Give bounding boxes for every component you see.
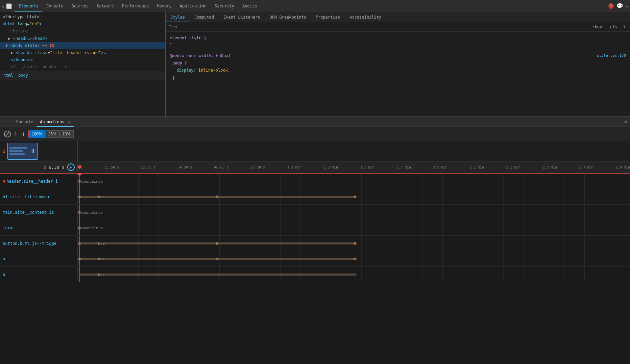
tab-elements[interactable]: Elements [15,0,42,12]
tab-animations[interactable]: Animations ✕ [37,117,74,127]
tick-2: 23.00 s [141,165,155,169]
dom-line[interactable]: ▶ <header class="site__header island">… [0,49,165,56]
tick-15: 2.9 min [616,165,630,169]
anim-dot[interactable] [78,227,81,229]
anim-dot[interactable] [354,258,356,260]
tab-security[interactable]: Security [211,0,238,12]
body-tag: <body [10,43,22,48]
track-label[interactable]: 4 header.site__header.i [0,174,78,189]
tab-console-bottom[interactable]: Console [13,117,37,127]
thumbnail-pause-icon: ⏸ [30,148,36,155]
track-label[interactable]: h1.site__title.mega [0,189,78,204]
tab-application[interactable]: Application [176,0,211,12]
track-timeline[interactable]: bounceInUp [78,220,630,235]
no-animation-button[interactable] [4,131,11,137]
dom-line[interactable]: ▶ <head>…</head> [0,35,165,42]
header-attr: class [35,50,47,55]
tab-dom-breakpoints[interactable]: DOM Breakpoints [265,12,311,22]
css-rule-media: style.css:180 @media (min-width: 650px) … [170,52,626,81]
anim-dot[interactable] [216,258,218,260]
bottom-tabs-bar: ··· Console Animations ✕ ✕ [0,117,630,127]
anim-dot[interactable] [78,196,81,198]
error-count-badge[interactable]: 1 [608,3,614,9]
comment-icon[interactable]: 💬 [616,3,623,9]
track-row: main.site__content.is bounceInUp [0,205,630,220]
track-timeline[interactable]: hue [78,267,630,282]
more-tabs-icon[interactable]: ··· [3,120,10,124]
css-selector: element.style { [170,35,206,40]
html-attr: lang [17,22,27,26]
add-style-button[interactable]: + [621,24,627,30]
tab-styles[interactable]: Styles [166,12,190,22]
speed-25-button[interactable]: 25% [45,130,59,138]
css-file-link[interactable]: style.css:180 [597,52,626,59]
time-label-area: 3 6.30 s ▶ [0,163,78,171]
dom-line: <!doctype html> [0,14,165,21]
tab-close-button[interactable]: ✕ [68,120,71,124]
dom-line[interactable]: </header> [0,56,165,63]
tab-properties[interactable]: Properties [311,12,345,22]
track-timeline[interactable]: bounceInUp [78,174,630,189]
filter-input[interactable] [168,25,588,29]
track-label[interactable]: main.site__content.is [0,205,78,220]
css-property: display: [176,68,196,73]
tick-12: 2.3 min [506,165,520,169]
anim-dot[interactable] [354,196,356,198]
breadcrumb-sep: › [15,73,17,78]
track-row: 4 header.site__header.i bounceInUp [0,174,630,189]
hov-button[interactable]: :hov [591,24,604,30]
anim-dot[interactable] [78,242,81,245]
cls-button[interactable]: .cls [606,24,619,30]
cursor-icon[interactable]: ↖ [1,3,4,9]
track-timeline[interactable]: hue [78,251,630,266]
tab-computed[interactable]: Computed [190,12,219,22]
tab-performance[interactable]: Performance [118,0,153,12]
dom-line[interactable]: <html lang="en"> [0,21,165,28]
tab-event-listeners[interactable]: Event Listeners [219,12,265,22]
tab-accessibility[interactable]: Accessibility [345,12,386,22]
track-timeline[interactable]: bounceInUp [78,205,630,220]
tab-network[interactable]: Network [93,0,118,12]
track-timeline[interactable]: hue [78,189,630,204]
animations-tab-label: Animations [40,120,64,124]
pause-button[interactable]: ⏸ [20,131,25,137]
anim-dot[interactable] [78,258,81,260]
track-label[interactable]: button.butt.js--trigge [0,236,78,251]
play-button[interactable]: ▶ [67,163,75,171]
anim-dot[interactable] [78,211,81,214]
tab-sources[interactable]: Sources [68,0,93,12]
header-close: </header> [11,57,33,62]
breadcrumb-html[interactable]: html [3,73,14,78]
anim-dot[interactable] [78,180,81,183]
pseudo-text: ::before [8,29,28,33]
tab-memory[interactable]: Memory [153,0,175,12]
tick-10: 1.9 min [433,165,447,169]
anim-dot[interactable] [216,196,218,198]
toolbar-icons: ↖ ⬜ [1,3,15,9]
panel-close-button[interactable]: ✕ [624,119,627,125]
breadcrumb-body[interactable]: body [18,73,29,78]
track-label[interactable]: a [0,251,78,266]
tab-console[interactable]: Console [42,0,68,12]
time-display-row: 3 6.30 s ▶ 0 11.50 s 23.00 s 34.50 s 46.… [0,161,630,174]
css-close-brace: } [172,75,175,80]
track-label[interactable]: a [0,267,78,282]
css-brace: } [170,43,172,48]
anim-dot[interactable] [354,242,356,245]
track-label[interactable]: form [0,220,78,235]
more-icon[interactable]: ⋯ [626,3,629,9]
tick-14: 2.7 min [579,165,593,169]
device-icon[interactable]: ⬜ [6,3,12,9]
tab-audits[interactable]: Audits [238,0,261,12]
dom-line[interactable]: ::before [0,28,165,35]
anim-dot[interactable] [216,242,218,245]
speed-10-button[interactable]: 10% [59,130,74,138]
styles-panel: Styles Computed Event Listeners DOM Brea… [166,12,630,116]
tick-13: 2.5 min [543,165,557,169]
html-tag: <html [3,22,15,26]
dom-line-body[interactable]: ▼ <body style> == $0 [0,42,165,49]
group-thumbnail[interactable]: 2 ⏸ [0,141,78,161]
track-timeline[interactable]: hue [78,236,630,251]
speed-100-button[interactable]: 100% [29,130,45,138]
play-icon: ▶ [70,165,72,169]
